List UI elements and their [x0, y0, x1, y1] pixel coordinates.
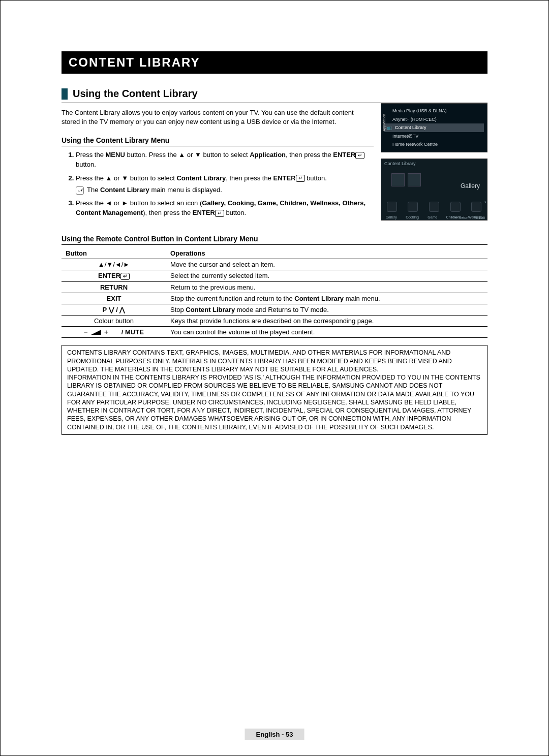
op-text: Return to the previous menu.: [166, 281, 487, 293]
svg-marker-1: [91, 330, 101, 335]
content-area: CONTENT LIBRARY Using the Content Librar…: [62, 51, 487, 705]
table-header-row: Button Operations: [62, 248, 487, 259]
text: button. Press the ▲ or ▼ button to selec…: [125, 151, 250, 159]
text: Press the: [76, 151, 106, 159]
th-operations: Operations: [166, 248, 487, 259]
note-text: The Content Library main menu is display…: [87, 185, 222, 195]
op-text: You can control the volume of the played…: [166, 326, 487, 338]
text: main menu is displayed.: [149, 186, 222, 194]
text: Press the ◄ or ► button to select an ico…: [76, 199, 202, 207]
label-content-library: Content Library: [100, 186, 149, 194]
section-marker-icon: [62, 88, 68, 100]
disclaimer-p2: INFORMATION IN THE CONTENTS LIBRARY IS P…: [67, 373, 482, 431]
osd2-exit: →⎐ Exit: [472, 216, 485, 220]
section-heading: Using the Content Library: [62, 88, 487, 103]
btn-return: RETURN: [62, 281, 166, 293]
label-menu: MENU: [106, 151, 125, 159]
osd-tab-application: Application: [382, 114, 386, 131]
disclaimer-p1: CONTENTS LIBRARY CONTAINS TEXT, GRAPHICS…: [67, 349, 482, 373]
text: , then press the: [226, 174, 273, 182]
btn-colour: Colour button: [62, 315, 166, 326]
label-content-library: Content Library: [176, 174, 226, 182]
osd2-title: Content Library: [384, 161, 416, 166]
osd-item-content-library: Content Library: [384, 123, 484, 132]
enter-icon: [215, 210, 224, 217]
osd2-return: ↩ Return: [454, 216, 469, 220]
text: The: [87, 186, 100, 194]
label-enter: ENTER: [333, 151, 355, 159]
btn-arrows: ▲/▼/◄/►: [62, 259, 166, 270]
chapter-header: CONTENT LIBRARY: [62, 51, 487, 74]
table-row: ▲/▼/◄/► Move the cursor and select an it…: [62, 259, 487, 270]
op-text: Stop Content Library mode and Returns to…: [166, 304, 487, 315]
disclaimer-box: CONTENTS LIBRARY CONTAINS TEXT, GRAPHICS…: [62, 345, 487, 435]
text: button.: [76, 161, 96, 168]
step-1: Press the MENU button. Press the ▲ or ▼ …: [76, 150, 374, 170]
btn-p-updown: P ⋁ / ⋀: [62, 304, 166, 315]
table-row: RETURN Return to the previous menu.: [62, 281, 487, 293]
table-row: EXIT Stop the current function and retur…: [62, 293, 487, 304]
osd2-cat-gallery: Gallery: [386, 215, 397, 219]
volume-icon: − +: [84, 329, 119, 336]
th-button: Button: [62, 248, 166, 259]
intro-text: The Content Library allows you to enjoy …: [62, 108, 374, 126]
btn-exit: EXIT: [62, 293, 166, 304]
op-text: Keys that provide functions are describe…: [166, 315, 487, 326]
footer-page-number: 53: [286, 731, 293, 738]
button-table: Button Operations ▲/▼/◄/► Move the curso…: [62, 248, 487, 338]
op-text: Select the currently selected item.: [166, 270, 487, 282]
text: button.: [224, 209, 246, 216]
text: Press the ▲ or ▼ button to select: [76, 174, 176, 182]
osd-item-mediaplay: Media Play (USB & DLNA): [384, 107, 484, 115]
table-row: − + / MUTE You can control the volume of…: [62, 326, 487, 338]
osd2-category-icons: [381, 202, 487, 212]
page-footer: English - 53: [245, 729, 304, 740]
osd-item-anynet: Anynet+ (HDMI-CEC): [384, 115, 484, 124]
osd2-cat-cooking: Cooking: [406, 215, 419, 219]
step-2: Press the ▲ or ▼ button to select Conten…: [76, 174, 374, 195]
osd2-selected-label: Gallery: [461, 182, 480, 190]
text: ), then press the: [143, 209, 193, 216]
section-title: Using the Content Library: [73, 88, 198, 100]
svg-text:+: +: [104, 329, 108, 336]
enter-icon: [296, 175, 305, 182]
osd-item-homenetwork: Home Network Centre: [384, 140, 484, 149]
label-enter: ENTER: [273, 174, 295, 182]
step-3: Press the ◄ or ► button to select an ico…: [76, 199, 374, 218]
manual-page: CONTENT LIBRARY Using the Content Librar…: [0, 0, 549, 756]
text: , then press the: [286, 151, 333, 159]
enter-icon: [355, 152, 364, 159]
note-icon: 𝒩: [76, 186, 84, 195]
osd-application-menu: Application Media Play (USB & DLNA) Anyn…: [381, 103, 487, 152]
label-application: Application: [250, 151, 286, 159]
table-row: ENTER Select the currently selected item…: [62, 270, 487, 282]
table-row: P ⋁ / ⋀ Stop Content Library mode and Re…: [62, 304, 487, 315]
osd-content-library: Content Library Gallery › Gallery Cookin…: [381, 159, 487, 220]
osd-item-internettv: Internet@TV: [384, 132, 484, 141]
btn-enter: ENTER: [62, 270, 166, 282]
enter-icon: [120, 273, 130, 280]
steps-list: Press the MENU button. Press the ▲ or ▼ …: [62, 150, 374, 218]
subhead-menu: Using the Content Library Menu: [62, 136, 374, 146]
table-row: Colour button Keys that provide function…: [62, 315, 487, 326]
osd2-cat-game: Game: [428, 215, 437, 219]
btn-vol-mute: − + / MUTE: [62, 326, 166, 338]
op-text: Stop the current function and return to …: [166, 293, 487, 304]
svg-text:−: −: [84, 329, 88, 336]
op-text: Move the cursor and select an item.: [166, 259, 487, 270]
subhead-remote: Using the Remote Control Button in Conte…: [62, 235, 487, 245]
osd2-preview-icons: [391, 173, 421, 186]
footer-lang: English -: [256, 731, 286, 738]
text: button.: [305, 174, 327, 182]
label-enter: ENTER: [193, 209, 215, 216]
arrow-right-icon: ›: [484, 199, 486, 205]
